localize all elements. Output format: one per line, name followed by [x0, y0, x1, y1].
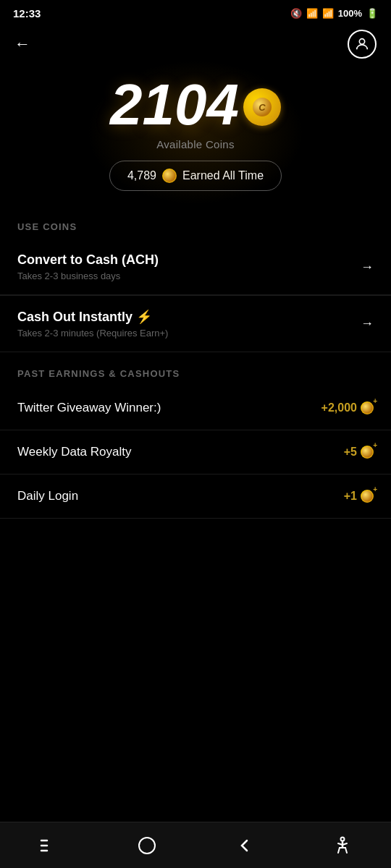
status-icons: 🔇 📶 📶 100% 🔋: [290, 8, 378, 19]
svg-point-6: [362, 491, 373, 502]
convert-to-cash-title: Convert to Cash (ACH): [17, 252, 159, 268]
coin-amount-display: 2104 C: [14, 76, 377, 134]
earnings-amount-0: +2,000: [321, 401, 374, 414]
wifi-icon: 📶: [306, 8, 318, 19]
cash-out-subtitle: Takes 2-3 minutes (Requires Earn+): [17, 328, 168, 339]
coin-number: 2104: [110, 76, 239, 134]
earned-label: Earned All Time: [182, 169, 264, 182]
convert-arrow-icon: →: [361, 260, 374, 275]
signal-icon: 📶: [322, 8, 334, 19]
svg-point-3: [163, 170, 175, 182]
earnings-item-1: Weekly Data Royalty +5: [0, 430, 391, 475]
earnings-value-0: +2,000: [321, 401, 357, 414]
earned-amount: 4,789: [127, 169, 156, 182]
nav-home-button[interactable]: [129, 827, 165, 864]
earnings-name-1: Weekly Data Royalty: [17, 445, 131, 459]
convert-to-cash-left: Convert to Cash (ACH) Takes 2-3 business…: [17, 252, 159, 281]
coin-label: Available Coins: [14, 138, 377, 150]
header: ←: [0, 24, 391, 59]
earnings-amount-2: +1: [344, 490, 374, 503]
convert-to-cash-item[interactable]: Convert to Cash (ACH) Takes 2-3 business…: [0, 239, 391, 295]
use-coins-section-label: USE COINS: [0, 205, 391, 239]
mute-icon: 🔇: [290, 8, 302, 19]
cash-out-left: Cash Out Instantly ⚡ Takes 2-3 minutes (…: [17, 309, 168, 339]
coin-icon-earnings-2: [361, 490, 374, 503]
nav-menu-button[interactable]: [31, 827, 67, 864]
earnings-amount-1: +5: [344, 446, 374, 459]
nav-back-button[interactable]: [227, 827, 263, 864]
cash-out-title: Cash Out Instantly ⚡: [17, 309, 168, 325]
status-time: 12:33: [13, 7, 41, 20]
nav-accessibility-button[interactable]: [324, 827, 361, 864]
battery-label: 100%: [338, 8, 362, 19]
earnings-item-2: Daily Login +1: [0, 475, 391, 519]
coin-icon-earnings-1: [361, 446, 374, 459]
earnings-name-2: Daily Login: [17, 489, 78, 503]
earnings-value-2: +1: [344, 490, 357, 503]
battery-icon: 🔋: [366, 8, 378, 19]
back-button[interactable]: ←: [14, 35, 30, 54]
svg-point-0: [359, 39, 364, 44]
svg-text:C: C: [258, 102, 266, 113]
status-bar: 12:33 🔇 📶 📶 100% 🔋: [0, 0, 391, 24]
coin-icon-large: C: [243, 88, 281, 126]
earned-all-time-pill[interactable]: 4,789 Earned All Time: [109, 161, 282, 191]
earnings-value-1: +5: [344, 446, 357, 459]
svg-line-13: [338, 848, 340, 853]
coin-section: 2104 C Available Coins 4,789: [0, 59, 391, 205]
svg-point-10: [139, 838, 155, 854]
svg-point-5: [362, 447, 373, 458]
earnings-name-0: Twitter Giveaway Winner:): [17, 401, 161, 415]
profile-button[interactable]: [348, 30, 377, 59]
cash-out-arrow-icon: →: [361, 316, 374, 331]
svg-point-4: [362, 403, 373, 414]
coin-icon-pill: [162, 169, 177, 183]
bottom-nav: [0, 822, 391, 868]
past-earnings-section-label: PAST EARNINGS & CASHOUTS: [0, 352, 391, 386]
cash-out-instantly-item[interactable]: Cash Out Instantly ⚡ Takes 2-3 minutes (…: [0, 296, 391, 352]
convert-to-cash-subtitle: Takes 2-3 business days: [17, 271, 159, 281]
earnings-item-0: Twitter Giveaway Winner:) +2,000: [0, 386, 391, 430]
coin-icon-earnings-0: [361, 401, 374, 414]
svg-point-11: [340, 837, 344, 841]
svg-line-14: [345, 848, 347, 853]
